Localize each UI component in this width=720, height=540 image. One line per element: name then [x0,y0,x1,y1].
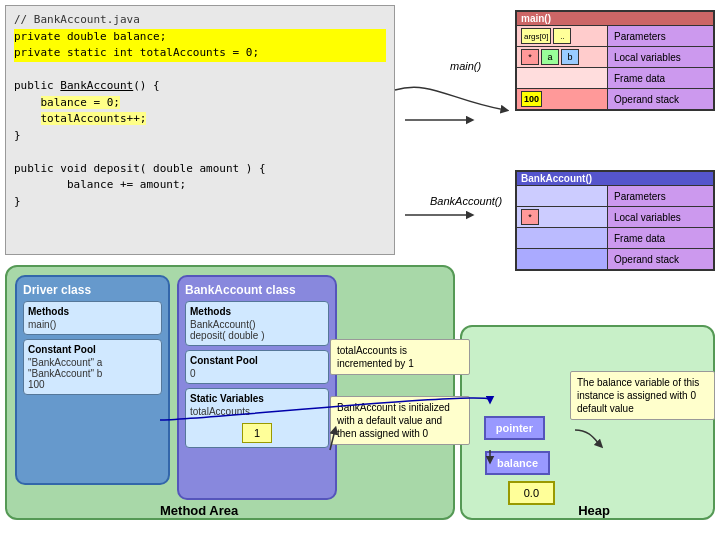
ba-frame-title: BankAccount() [517,172,713,185]
code-line-1: private double balance; [14,29,386,46]
params-label: Parameters [607,26,713,46]
ba-frame-data-cells [517,228,607,248]
code-line-7: } [14,128,386,145]
local-vars-row: * a b Local variables [517,46,713,67]
ba-params-cells [517,186,607,206]
code-line-11: } [14,194,386,211]
ba-static-vars-title: Static Variables [190,393,324,404]
ba-methods-title: Methods [190,306,324,317]
main-frame-title: main() [517,12,713,25]
bankaccount-frame: BankAccount() Parameters * Local variabl… [515,170,715,271]
operand-row: 100 Operand stack [517,88,713,109]
operand-label: Operand stack [607,89,713,109]
b-cell: b [561,49,579,65]
callout-bankaccount-init: BankAccount is initialized with a defaul… [330,396,470,445]
ba-params-row: Parameters [517,185,713,206]
ba-params-label: Parameters [607,186,713,206]
ba-local-row: * Local variables [517,206,713,227]
driver-methods-box: Methods main() [23,301,162,335]
params-row: args[0] .. Parameters [517,25,713,46]
code-line-6: totalAccounts++; [14,111,386,128]
static-var-value: 1 [242,423,272,443]
dotdot-cell: .. [553,28,571,44]
callout-balance: The balance variable of this instance is… [570,371,715,420]
hundred-cell: 100 [521,91,542,107]
code-line-10: balance += amount; [14,177,386,194]
frame-data-label: Frame data [607,68,713,88]
frame-data-cells [517,68,607,88]
ba-methods-box: Methods BankAccount() deposit( double ) [185,301,329,346]
method-area-label: Method Area [160,503,238,518]
code-panel: // BankAccount.java private double balan… [5,5,395,255]
code-line-4: public BankAccount() { [14,78,386,95]
driver-cp-title: Constant Pool [28,344,157,355]
ba-frame-data-label: Frame data [607,228,713,248]
ba-cp-title: Constant Pool [190,355,324,366]
method-area: Driver class Methods main() Constant Poo… [5,265,455,520]
pointer-box: pointer [484,416,545,440]
frame-data-row: Frame data [517,67,713,88]
code-comment: // BankAccount.java [14,12,386,29]
local-cells: * a b [517,47,607,67]
ba-frame-data-row: Frame data [517,227,713,248]
stack-panel: main() main() args[0] .. Parameters * a … [505,5,715,315]
ba-static-vars-box: Static Variables totalAccounts 1 [185,388,329,448]
ba-local-label: Local variables [607,207,713,227]
value-box: 0.0 [508,481,555,505]
local-label: Local variables [607,47,713,67]
heap-label: Heap [578,503,610,518]
a-cell: a [541,49,559,65]
bankaccount-class-title: BankAccount class [185,283,329,297]
balance-box: balance [485,451,550,475]
ba-operand-cells [517,249,607,269]
driver-class-title: Driver class [23,283,162,297]
ba-cp-value: 0 [190,368,324,379]
args-cell: args[0] [521,28,551,44]
driver-methods-content: main() [28,319,157,330]
driver-constant-pool-box: Constant Pool "BankAccount" a "BankAccou… [23,339,162,395]
ba-operand-label: Operand stack [607,249,713,269]
ba-local-cells: * [517,207,607,227]
code-line-9: public void deposit( double amount ) { [14,161,386,178]
ba-operand-row: Operand stack [517,248,713,269]
bankaccount-class-box: BankAccount class Methods BankAccount() … [177,275,337,500]
bankaccount-label: BankAccount() [430,195,502,207]
main-frame: main() args[0] .. Parameters * a b Local… [515,10,715,111]
code-line-2: private static int totalAccounts = 0; [14,45,386,62]
driver-methods-title: Methods [28,306,157,317]
driver-cp-content: "BankAccount" a "BankAccount" b 100 [28,357,157,390]
ba-constant-pool-box: Constant Pool 0 [185,350,329,384]
code-line-8 [14,144,386,161]
ba-star-cell: * [521,209,539,225]
ba-methods-content: BankAccount() deposit( double ) [190,319,324,341]
main-label: main() [450,60,481,72]
params-cells: args[0] .. [517,26,607,46]
operand-cells: 100 [517,89,607,109]
driver-class-box: Driver class Methods main() Constant Poo… [15,275,170,485]
callout-total-accounts: totalAccounts is incremented by 1 [330,339,470,375]
ba-static-vars-content: totalAccounts [190,406,324,417]
code-line-3 [14,62,386,79]
code-line-5: balance = 0; [14,95,386,112]
star-cell: * [521,49,539,65]
